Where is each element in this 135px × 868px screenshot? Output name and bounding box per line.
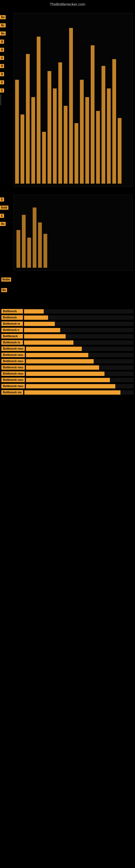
result-bar-inner-9: [26, 365, 99, 370]
result-bar-outer-7: [26, 353, 134, 357]
result-bar-inner-2: [24, 322, 55, 326]
result-bar-outer-12: [26, 384, 134, 389]
result-label-8: Bottleneck resu: [1, 359, 25, 364]
result-label-3: Bottleneck n: [1, 328, 23, 332]
site-title: TheBottlenecker.com: [0, 0, 135, 8]
bar-2: [20, 115, 24, 184]
result-row-13: Bottleneck res: [1, 390, 134, 395]
result-bar-outer-13: [24, 390, 134, 395]
chart-label-3: B: [0, 40, 4, 44]
result-label-5: Bottleneck re: [1, 340, 23, 345]
result-label-13: Bottleneck res: [1, 390, 23, 395]
lower-labels-section: Bottle Ba: [0, 273, 135, 306]
bar-15: [91, 45, 94, 184]
mid-label-0: E: [0, 197, 4, 202]
result-bar-inner-11: [26, 378, 110, 382]
mid-label-3: Bo: [0, 222, 6, 226]
result-bar-inner-7: [26, 353, 88, 357]
mid-chart-body: [13, 195, 133, 271]
result-label-9: Bottleneck resu: [1, 365, 25, 370]
chart-label-4: B: [0, 48, 4, 52]
result-bar-inner-6: [26, 347, 82, 351]
bar-11: [69, 28, 73, 184]
result-row-8: Bottleneck resu: [1, 359, 134, 364]
chart-label-0: Bo: [0, 15, 6, 19]
page: TheBottlenecker.com Bo Bc Ba B B E B B E…: [0, 0, 135, 868]
bar-10: [64, 106, 68, 184]
mid-bar-2: [22, 215, 26, 268]
mid-bar-1: [16, 230, 20, 268]
bar-14: [85, 97, 89, 184]
result-row-10: Bottleneck resu: [1, 371, 134, 376]
result-bar-inner-4: [24, 334, 65, 339]
result-bar-outer-6: [26, 347, 134, 351]
result-row-4: Botttleneck: [1, 334, 134, 339]
bar-16: [96, 111, 100, 184]
bar-18: [107, 88, 111, 184]
result-row-9: Bottleneck resu: [1, 365, 134, 370]
result-bar-inner-3: [24, 328, 60, 332]
bar-6: [42, 132, 46, 184]
mid-bar-6: [43, 234, 47, 268]
mid-bar-5: [38, 222, 42, 268]
result-row-0: Bottleneck: [1, 309, 134, 314]
result-label-6: Bottleneck resu: [1, 346, 25, 351]
result-label-11: Bottleneck resu: [1, 378, 25, 382]
result-bar-outer-9: [26, 365, 134, 370]
bar-12: [75, 123, 78, 184]
result-label-2: Bottleneck re: [1, 321, 23, 326]
result-row-3: Bottleneck n: [1, 328, 134, 332]
mid-label-1: Bottl: [0, 206, 8, 210]
result-label-10: Bottleneck resu: [1, 371, 25, 376]
chart-label-6: B: [0, 64, 4, 68]
result-bar-inner-10: [26, 372, 104, 376]
result-bar-outer-5: [24, 340, 134, 345]
chart-body: [13, 13, 133, 187]
bar-4: [31, 97, 35, 184]
chart-label-2: Ba: [0, 31, 6, 35]
result-bar-inner-13: [24, 390, 121, 395]
result-bar-outer-0: [24, 309, 134, 314]
result-bar-outer-2: [24, 322, 134, 326]
result-label-0: Bottleneck: [1, 309, 23, 314]
lower-heading-2: Ba: [1, 288, 7, 292]
chart-indicator: [1, 94, 1, 105]
lower-heading-1: Bottle: [1, 278, 11, 282]
result-bar-inner-12: [26, 384, 115, 389]
result-bar-outer-8: [26, 359, 134, 364]
result-bar-outer-11: [26, 378, 134, 382]
result-row-7: Bottleneck resu: [1, 352, 134, 357]
result-bar-outer-10: [26, 372, 134, 376]
bar-1: [15, 80, 19, 184]
result-row-5: Bottleneck re: [1, 340, 134, 345]
result-bar-outer-1: [24, 315, 134, 320]
result-bar-outer-4: [24, 334, 134, 339]
results-section: Bottleneck Bottleneck Bottleneck re Bott…: [0, 306, 135, 399]
result-bar-outer-3: [24, 328, 134, 332]
mid-bar-3: [27, 238, 31, 268]
result-row-11: Bottleneck resu: [1, 378, 134, 382]
result-bar-inner-8: [26, 359, 94, 364]
mid-bar-4: [33, 208, 37, 268]
bar-9: [58, 62, 62, 184]
result-label-12: Bottleneck resu: [1, 384, 25, 389]
result-bar-inner-0: [24, 309, 44, 314]
result-label-1: Bottleneck: [1, 315, 23, 320]
bar-5: [37, 37, 41, 184]
result-row-12: Bottleneck resu: [1, 384, 134, 389]
result-bar-inner-5: [24, 340, 74, 345]
bar-3: [26, 54, 30, 184]
chart-label-5: E: [0, 56, 4, 60]
result-row-6: Bottleneck resu: [1, 346, 134, 351]
result-label-4: Botttleneck: [1, 334, 23, 339]
result-bar-inner-1: [24, 315, 48, 320]
chart-label-1: Bc: [0, 23, 6, 27]
bar-19: [112, 59, 116, 184]
bar-7: [48, 71, 51, 184]
chart-label-8: E: [0, 80, 4, 84]
result-label-7: Bottleneck resu: [1, 352, 25, 357]
mid-section: E Bottl E Bo: [0, 192, 135, 273]
bar-17: [101, 66, 105, 184]
result-row-2: Bottleneck re: [1, 321, 134, 326]
top-chart-section: Bo Bc Ba B B E B B E E: [0, 8, 135, 192]
